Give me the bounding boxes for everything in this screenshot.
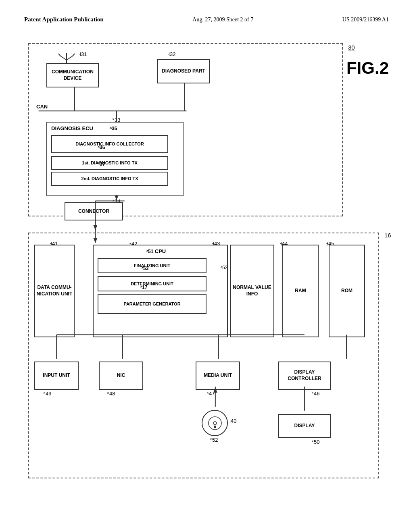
input-unit-block: INPUT UNIT	[34, 362, 79, 390]
svg-line-3	[67, 56, 73, 60]
determining-unit-block: DETERMINING UNIT	[98, 276, 206, 291]
display-controller-block: DISPLAY CONTROLLER	[278, 362, 331, 390]
ref-49: ˣ49	[43, 391, 51, 397]
cpu-block: CPU ˣ51 FINALIZING UNIT ˣ53 DETERMINING …	[93, 245, 228, 337]
ref-46: ˣ46	[311, 391, 319, 397]
svg-marker-15	[93, 225, 97, 230]
media-device-circle	[202, 410, 228, 436]
diagram-area: 30 16	[24, 35, 389, 495]
header: Patent Application Publication Aug. 27, …	[0, 0, 413, 31]
patent-number-label: US 2009/216399 A1	[342, 17, 389, 23]
ref-43: ˧43	[212, 241, 220, 247]
finalizing-unit-block: FINALIZING UNIT	[98, 258, 206, 273]
ram-block: RAM	[282, 245, 319, 337]
ref-17-inner: ˣ17	[140, 285, 147, 291]
ref-48: ˣ48	[107, 391, 115, 397]
ref-16: 16	[384, 232, 391, 239]
page: Patent Application Publication Aug. 27, …	[0, 0, 413, 532]
ref-35-inner: ˣ35	[110, 126, 117, 132]
ref-30: 30	[348, 44, 355, 51]
parameter-generator-block: PARAMETER GENERATOR	[98, 294, 206, 314]
display-block: DISPLAY	[278, 414, 331, 438]
ref-31: ˧31	[79, 51, 87, 57]
ref-52a: ˣ52	[220, 265, 227, 270]
first-diagnostic-info-tx-block: 1st. DIAGNOSTIC INFO TX	[51, 156, 168, 170]
publication-label: Patent Application Publication	[24, 16, 104, 23]
diagnostic-info-collector-block: DIAGNOSTIC INFO COLLECTOR	[51, 135, 168, 153]
svg-rect-9	[214, 426, 216, 428]
media-unit-block: MEDIA UNIT	[196, 362, 240, 390]
second-diagnostic-info-tx-block: 2nd. DIAGNOSTIC INFO TX	[51, 172, 168, 186]
svg-line-2	[60, 56, 67, 60]
ref-36-inner: ˣ36	[98, 145, 105, 151]
ref-51-inner: ˣ51	[146, 249, 153, 255]
diagnosis-ecu-block: DIAGNOSIS ECU ˣ35 DIAGNOSTIC INFO COLLEC…	[46, 122, 184, 196]
ref-37-inner: ˣ37	[98, 161, 105, 168]
svg-line-6	[73, 54, 75, 56]
nic-block: NIC	[99, 362, 143, 390]
ref-32: ˧32	[167, 51, 175, 57]
ref-50: ˣ50	[311, 439, 319, 445]
ref-53-inner: ˣ53	[141, 266, 148, 272]
ref-40: ˧40	[228, 418, 236, 424]
svg-line-4	[58, 54, 60, 56]
date-sheet-label: Aug. 27, 2009 Sheet 2 of 7	[192, 17, 253, 23]
ref-47: ˣ47	[206, 391, 215, 397]
diagnosed-part-block: DIAGNOSED PART	[157, 59, 210, 83]
rom-block: ROM	[329, 245, 365, 337]
can-label: CAN	[36, 104, 48, 110]
normal-value-info-block: NORMAL VALUE INFO	[230, 245, 274, 337]
connector-block: CONNECTOR	[65, 202, 123, 220]
svg-point-8	[213, 422, 217, 425]
data-communication-unit-block: DATA COMMU- NICATION UNIT	[34, 245, 75, 337]
ref-52b: ˣ52	[210, 437, 218, 443]
communication-device-block: COMMUNICATION DEVICE	[46, 63, 99, 87]
